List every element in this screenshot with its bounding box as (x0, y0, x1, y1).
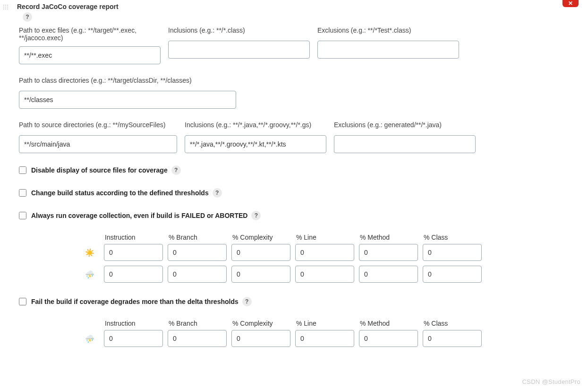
stormy-icon: ⛈️ (80, 270, 99, 279)
form-content: Path to exec files (e.g.: **/target/**.e… (0, 26, 588, 347)
sunny-threshold-row: ☀️ (80, 244, 569, 261)
svg-point-1 (5, 5, 6, 6)
always-run-label[interactable]: Always run coverage collection, even if … (31, 212, 247, 219)
src-dir-label: Path to source directories (e.g.: **/myS… (19, 121, 177, 130)
src-dir-input[interactable] (19, 135, 177, 153)
exec-path-input[interactable] (19, 46, 161, 64)
sunny-instruction-input[interactable] (104, 244, 163, 261)
thresholds-header-row: Instruction % Branch % Complexity % Line… (104, 234, 569, 241)
always-run-checkbox[interactable] (19, 212, 26, 219)
delta-instruction-input[interactable] (104, 330, 163, 347)
change-build-status-row: Change build status according to the def… (19, 188, 569, 198)
always-run-row: Always run coverage collection, even if … (19, 211, 569, 220)
row-exec-files: Path to exec files (e.g.: **/target/**.e… (19, 26, 569, 64)
delta-class-input[interactable] (423, 330, 482, 347)
th-complexity-header: % Complexity (231, 234, 290, 241)
svg-point-0 (3, 5, 4, 6)
svg-point-6 (3, 9, 4, 9)
class-inclusions-label: Inclusions (e.g.: **/*.class) (168, 26, 310, 36)
stormy-instruction-input[interactable] (104, 266, 163, 283)
stormy-line-input[interactable] (295, 266, 354, 283)
sunny-method-input[interactable] (359, 244, 418, 261)
delta-header-row: Instruction % Branch % Complexity % Line… (104, 320, 569, 327)
th-branch-header: % Branch (168, 234, 227, 241)
sunny-class-input[interactable] (423, 244, 482, 261)
status-thresholds-table: Instruction % Branch % Complexity % Line… (80, 234, 569, 283)
class-inclusions-input[interactable] (168, 41, 310, 59)
delta-method-input[interactable] (359, 330, 418, 347)
th-class-header: % Class (423, 234, 482, 241)
sunny-branch-input[interactable] (168, 244, 227, 261)
svg-point-4 (5, 7, 6, 8)
th-instruction-header: Instruction (104, 234, 163, 241)
row-source-dirs: Path to source directories (e.g.: **/myS… (19, 121, 569, 153)
always-run-help-icon[interactable]: ? (251, 211, 261, 220)
sunny-icon: ☀️ (80, 248, 99, 257)
stormy-threshold-row: ⛈️ (80, 266, 569, 283)
change-build-status-label[interactable]: Change build status according to the def… (31, 189, 209, 197)
sunny-line-input[interactable] (295, 244, 354, 261)
class-exclusions-label: Exclusions (e.g.: **/*Test*.class) (317, 26, 459, 36)
src-exclusions-label: Exclusions (e.g.: generated/**/*.java) (334, 121, 476, 130)
row-class-dirs: Path to class directories (e.g.: **/targ… (19, 77, 569, 109)
section-header: Record JaCoCo coverage report ✕ (0, 0, 588, 11)
change-build-status-help-icon[interactable]: ? (213, 188, 222, 198)
svg-point-3 (3, 7, 4, 8)
svg-point-8 (7, 9, 8, 9)
stormy-class-input[interactable] (423, 266, 482, 283)
delta-complexity-header: % Complexity (231, 320, 290, 327)
delta-line-input[interactable] (295, 330, 354, 347)
fail-on-degrade-row: Fail the build if coverage degrades more… (19, 297, 569, 306)
jacoco-config-section: Record JaCoCo coverage report ✕ ? Path t… (0, 0, 588, 375)
class-exclusions-input[interactable] (317, 41, 459, 59)
delta-branch-input[interactable] (168, 330, 227, 347)
disable-source-help-icon[interactable]: ? (171, 165, 181, 175)
delta-class-header: % Class (423, 320, 482, 327)
change-build-status-checkbox[interactable] (19, 189, 26, 197)
delta-instruction-header: Instruction (104, 320, 163, 327)
section-title: Record JaCoCo coverage report (17, 3, 119, 10)
delta-branch-header: % Branch (168, 320, 227, 327)
class-dir-label: Path to class directories (e.g.: **/targ… (19, 77, 236, 86)
exec-path-label: Path to exec files (e.g.: **/target/**.e… (19, 26, 161, 42)
delete-step-button[interactable]: ✕ (562, 0, 579, 7)
drag-handle-icon[interactable] (3, 4, 9, 9)
fail-on-degrade-help-icon[interactable]: ? (242, 297, 252, 306)
src-inclusions-input[interactable] (185, 135, 326, 153)
th-line-header: % Line (295, 234, 354, 241)
th-method-header: % Method (359, 234, 418, 241)
svg-point-7 (5, 9, 6, 9)
disable-source-display-label[interactable]: Disable display of source files for cove… (31, 166, 168, 174)
class-dir-input[interactable] (19, 91, 236, 109)
delta-complexity-input[interactable] (231, 330, 290, 347)
fail-on-degrade-checkbox[interactable] (19, 298, 26, 305)
stormy-method-input[interactable] (359, 266, 418, 283)
section-help-icon[interactable]: ? (23, 12, 32, 22)
delta-stormy-row: ⛈️ (80, 330, 569, 347)
stormy-complexity-input[interactable] (231, 266, 290, 283)
disable-source-display-row: Disable display of source files for cove… (19, 165, 569, 175)
delta-method-header: % Method (359, 320, 418, 327)
svg-point-5 (7, 7, 8, 8)
sunny-complexity-input[interactable] (231, 244, 290, 261)
delta-thresholds-table: Instruction % Branch % Complexity % Line… (80, 320, 569, 347)
svg-point-2 (7, 5, 8, 6)
disable-source-display-checkbox[interactable] (19, 166, 26, 174)
delta-stormy-icon: ⛈️ (80, 334, 99, 343)
fail-on-degrade-label[interactable]: Fail the build if coverage degrades more… (31, 298, 239, 305)
src-inclusions-label: Inclusions (e.g.: **/*.java,**/*.groovy,… (185, 121, 326, 130)
delta-line-header: % Line (295, 320, 354, 327)
stormy-branch-input[interactable] (168, 266, 227, 283)
src-exclusions-input[interactable] (334, 135, 476, 153)
